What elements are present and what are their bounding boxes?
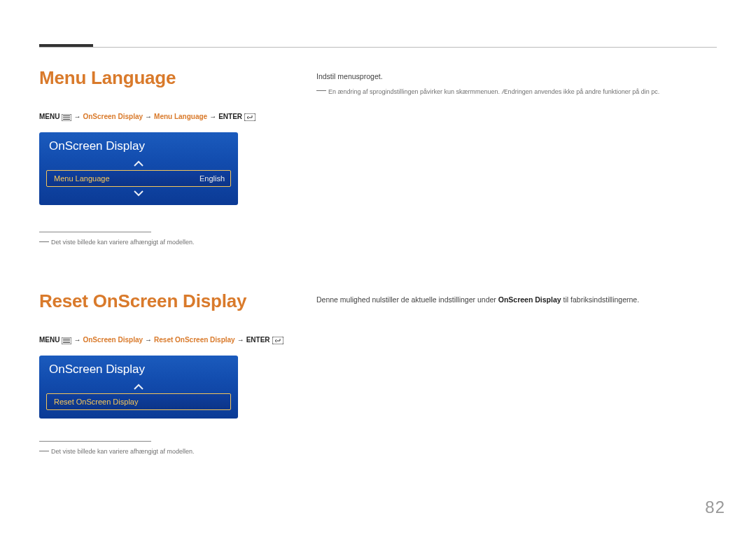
description-bold: OnScreen Display xyxy=(498,295,561,304)
breadcrumb-reset-onscreen-display: MENU → OnScreen Display → Reset OnScreen… xyxy=(39,336,717,344)
footnote-model-vary: ― Det viste billede kan variere afhængig… xyxy=(39,447,717,456)
dash-icon: ― xyxy=(316,87,326,97)
breadcrumb-onscreen-display: OnScreen Display xyxy=(83,336,143,344)
osd-row-reset[interactable]: Reset OnScreen Display xyxy=(46,393,231,410)
footnote-text: Det viste billede kan variere afhængigt … xyxy=(51,447,195,456)
dash-icon: ― xyxy=(39,447,49,454)
osd-row-value: English xyxy=(200,174,225,183)
divider xyxy=(39,232,151,232)
menu-icon xyxy=(62,336,71,344)
breadcrumb-reset-onscreen-display: Reset OnScreen Display xyxy=(154,336,235,344)
osd-title: OnScreen Display xyxy=(39,132,238,159)
breadcrumb-arrow: → xyxy=(209,113,216,120)
enter-icon xyxy=(272,336,284,344)
breadcrumb-menu-language: Menu Language xyxy=(154,113,207,120)
description-menu-language: Indstil menusproget. ― En ændring af spr… xyxy=(316,71,708,97)
breadcrumb-menu-language: MENU → OnScreen Display → Menu Language … xyxy=(39,113,717,121)
chevron-up-icon[interactable] xyxy=(39,382,238,392)
description-pre: Denne mulighed nulstiller de aktuelle in… xyxy=(316,295,498,304)
osd-panel-menu-language: OnScreen Display Menu Language English xyxy=(39,132,238,205)
description-reset: Denne mulighed nulstiller de aktuelle in… xyxy=(316,294,708,306)
breadcrumb-onscreen-display: OnScreen Display xyxy=(83,113,143,120)
breadcrumb-arrow: → xyxy=(74,336,80,344)
chevron-down-icon[interactable] xyxy=(39,188,238,198)
page-number: 82 xyxy=(705,498,725,517)
chevron-up-icon[interactable] xyxy=(39,159,238,169)
osd-row-menu-language[interactable]: Menu Language English xyxy=(46,170,231,187)
breadcrumb-menu: MENU xyxy=(39,113,59,120)
breadcrumb-arrow: → xyxy=(145,336,152,344)
breadcrumb-arrow: → xyxy=(74,113,80,120)
osd-row-label: Menu Language xyxy=(54,174,110,183)
description-post: til fabriksindstillingerne. xyxy=(561,295,639,304)
breadcrumb-arrow: → xyxy=(145,113,152,120)
divider xyxy=(39,441,151,442)
breadcrumb-enter: ENTER xyxy=(246,336,270,344)
footnote-text: Det viste billede kan variere afhængigt … xyxy=(51,238,195,247)
description-note: En ændring af sprogindstillingen påvirke… xyxy=(328,87,659,97)
section-menu-language: Menu Language MENU → OnScreen Display → … xyxy=(39,67,717,246)
dash-icon: ― xyxy=(39,238,49,245)
osd-title: OnScreen Display xyxy=(39,356,238,382)
enter-icon xyxy=(244,113,255,121)
footnote-model-vary: ― Det viste billede kan variere afhængig… xyxy=(39,238,717,247)
description-line1: Indstil menusproget. xyxy=(316,71,708,83)
breadcrumb-arrow: → xyxy=(237,336,244,344)
page-top-rule xyxy=(39,47,717,48)
breadcrumb-menu: MENU xyxy=(39,336,59,344)
section-reset-onscreen-display: Reset OnScreen Display MENU → OnScreen D… xyxy=(39,290,717,456)
breadcrumb-enter: ENTER xyxy=(218,113,242,120)
osd-row-label: Reset OnScreen Display xyxy=(54,398,138,406)
menu-icon xyxy=(62,113,71,120)
osd-panel-reset: OnScreen Display Reset OnScreen Display xyxy=(39,356,238,419)
